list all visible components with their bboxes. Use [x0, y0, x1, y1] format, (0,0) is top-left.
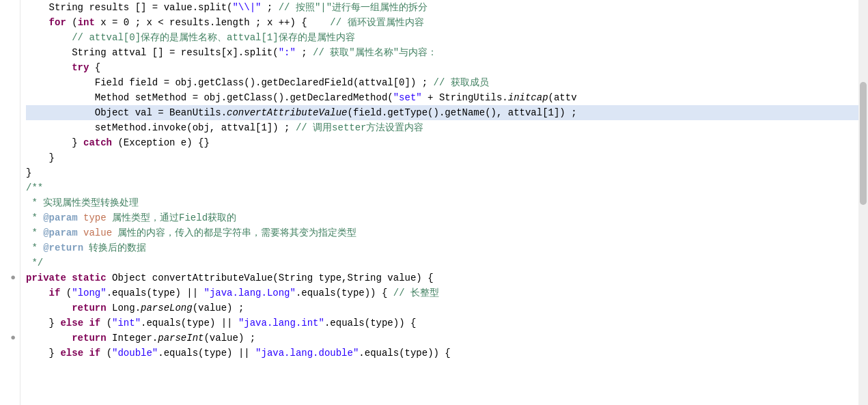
token-comment: // 按照"|"进行每一组属性的拆分: [279, 0, 428, 15]
token-plain: (attv: [548, 90, 577, 105]
token-string: "double": [112, 346, 158, 361]
token-comment: // attval[0]保存的是属性名称、attval[1]保存的是属性内容: [26, 30, 355, 45]
code-area[interactable]: String results [] = value.split("\\|" ; …: [20, 0, 858, 405]
scrollbar-thumb[interactable]: [860, 82, 867, 205]
line-num-9: [0, 120, 16, 135]
code-line: Field field = obj.getClass().getDeclared…: [26, 75, 858, 90]
token-javadoc: *: [26, 240, 43, 255]
line-num-19: ●: [0, 270, 16, 285]
token-plain: .equals(type)) {: [324, 316, 416, 331]
token-string: "java.lang.Long": [204, 285, 295, 301]
token-javadoc: 属性的内容，传入的都是字符串，需要将其变为指定类型: [112, 225, 356, 240]
token-plain: [66, 270, 72, 285]
token-plain: convertAttributeValue: [152, 270, 272, 285]
token-javadoc: *: [26, 225, 43, 240]
token-kw-bold: else if: [60, 316, 100, 331]
token-comment: // 获取"属性名称"与内容：: [313, 45, 437, 60]
code-line: * @return 转换后的数据: [26, 240, 858, 255]
token-plain: (: [66, 15, 78, 30]
token-string: "int": [112, 316, 141, 331]
line-num-11: [0, 150, 16, 165]
token-kw-bold: if: [26, 285, 60, 301]
token-plain: (: [60, 285, 72, 301]
token-plain: ;: [261, 0, 278, 15]
token-kw-bold: private: [26, 270, 66, 285]
code-line: for (int x = 0 ; x < results.length ; x …: [26, 15, 858, 30]
token-plain: .equals(type) ||: [107, 285, 204, 301]
code-line: String attval [] = results[x].split(":" …: [26, 45, 858, 60]
token-string: "set": [393, 90, 422, 105]
line-num-14: [0, 195, 16, 210]
line-num-3: [0, 30, 16, 45]
line-num-21: [0, 301, 16, 316]
code-line: setMethod.invoke(obj, attval[1]) ; // 调用…: [26, 120, 858, 135]
code-line: } catch (Exception e) {}: [26, 135, 858, 150]
line-num-12: [0, 165, 16, 180]
line-num-23: ●: [0, 331, 16, 346]
token-plain: x =: [95, 15, 124, 30]
line-num-5: [0, 60, 16, 75]
token-plain: {: [89, 60, 100, 75]
line-numbers: ● ●: [0, 0, 20, 405]
line-num-7: [0, 90, 16, 105]
token-plain: .equals(type)) {: [359, 346, 450, 361]
token-method: parseInt: [158, 331, 204, 346]
token-javadoc: *: [26, 210, 43, 225]
line-num-1: [0, 0, 16, 15]
token-comment: // 获取成员: [434, 75, 489, 90]
token-javadoc: [78, 210, 83, 225]
line-num-24: [0, 346, 16, 361]
token-javadoc-param: type: [83, 210, 107, 225]
line-num-15: [0, 210, 16, 225]
code-line: return Long.parseLong(value) ;: [26, 301, 858, 316]
token-kw-bold: static: [72, 270, 106, 285]
token-plain: ;: [296, 45, 313, 60]
line-num-17: [0, 240, 16, 255]
code-line: return Integer.parseInt(value) ;: [26, 331, 858, 346]
token-plain: Object: [107, 270, 152, 285]
token-plain: }: [26, 346, 60, 361]
token-plain: (field.getType().getName(), attval[1]) ;: [348, 105, 577, 120]
token-plain: Long.: [107, 301, 141, 316]
scrollbar[interactable]: [858, 0, 868, 405]
token-plain: .equals(type) ||: [141, 316, 238, 331]
token-plain: }: [26, 135, 83, 150]
code-line: try {: [26, 60, 858, 75]
token-javadoc-tag: @return: [43, 240, 83, 255]
code-line: Method setMethod = obj.getClass().getDec…: [26, 90, 858, 105]
token-javadoc: [78, 225, 83, 240]
code-line: String results [] = value.split("\\|" ; …: [26, 0, 858, 15]
token-method initcap: initcap: [508, 90, 548, 105]
token-javadoc-tag: @param: [43, 225, 77, 240]
line-num-16: [0, 225, 16, 240]
code-line: Object val = BeanUtils.convertAttributeV…: [26, 105, 858, 120]
token-plain: ; x < results.length ; x ++) {: [129, 15, 330, 30]
token-string: "long": [72, 285, 106, 301]
code-line: }: [26, 165, 858, 180]
token-plain: (value) ;: [204, 331, 255, 346]
token-plain: (: [100, 346, 112, 361]
token-javadoc: 转换后的数据: [83, 240, 146, 255]
token-string: "\\|": [232, 0, 261, 15]
code-line: // attval[0]保存的是属性名称、attval[1]保存的是属性内容: [26, 30, 858, 45]
line-num-22: [0, 316, 16, 331]
token-plain: String results [] = value.split(: [26, 0, 232, 15]
token-kw-bold: return: [26, 301, 107, 316]
token-plain: (: [100, 316, 112, 331]
token-method initcap: convertAttributeValue: [227, 105, 347, 120]
token-plain: }: [26, 316, 60, 331]
editor-container: ● ● String results [] = value.split("\\|…: [0, 0, 868, 405]
code-line: * @param type 属性类型，通过Field获取的: [26, 210, 858, 225]
token-javadoc: */: [26, 255, 43, 270]
token-plain: }: [26, 150, 55, 165]
code-line: if ("long".equals(type) || "java.lang.Lo…: [26, 285, 858, 301]
token-comment: // 循环设置属性内容: [330, 15, 423, 30]
token-method: parseLong: [141, 301, 193, 316]
token-plain: .equals(type)) {: [296, 285, 393, 301]
token-comment: // 长整型: [393, 285, 439, 301]
token-plain: }: [26, 165, 31, 180]
token-string: ":": [279, 45, 296, 60]
token-plain: (value) ;: [193, 301, 244, 316]
line-num-13: [0, 180, 16, 195]
token-string: "java.lang.int": [238, 316, 324, 331]
